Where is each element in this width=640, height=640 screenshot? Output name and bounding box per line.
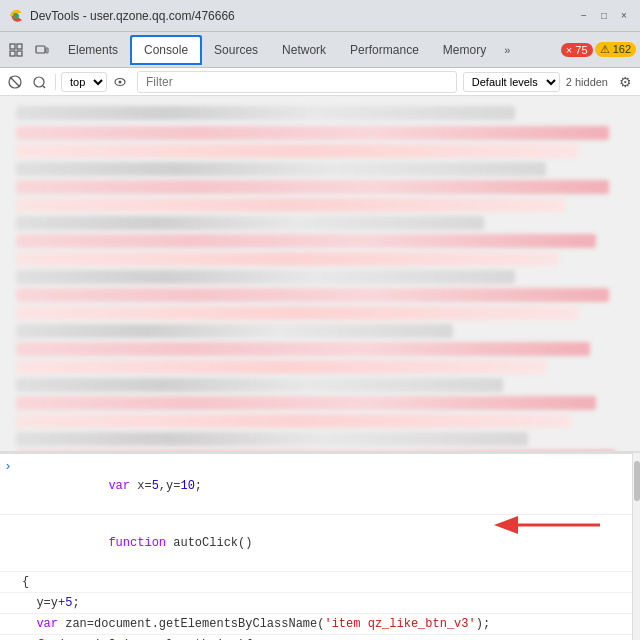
settings-button[interactable]: ⚙ bbox=[614, 71, 636, 93]
console-line: function autoClick() bbox=[0, 515, 632, 572]
more-tabs-button[interactable]: » bbox=[498, 40, 516, 60]
console-panel: › var x=5,y=10; function autoClick() { bbox=[0, 451, 640, 640]
close-button[interactable]: × bbox=[616, 8, 632, 24]
svg-line-8 bbox=[10, 77, 20, 87]
svg-rect-1 bbox=[10, 44, 15, 49]
vertical-scrollbar[interactable] bbox=[632, 453, 640, 640]
svg-rect-6 bbox=[46, 48, 48, 53]
eye-button[interactable] bbox=[109, 71, 131, 93]
window-controls: − □ × bbox=[576, 8, 632, 24]
scrollbar-thumb[interactable] bbox=[634, 461, 640, 501]
maximize-button[interactable]: □ bbox=[596, 8, 612, 24]
console-line: for(var i=0;i<zan.length;i++){ bbox=[0, 635, 632, 640]
tab-bar: Elements Console Sources Network Perform… bbox=[0, 32, 640, 68]
tab-elements[interactable]: Elements bbox=[56, 35, 130, 65]
error-badge: × 75 bbox=[561, 43, 593, 57]
webpage-preview bbox=[0, 96, 640, 451]
warn-icon: ⚠ bbox=[600, 43, 610, 55]
svg-line-10 bbox=[43, 86, 45, 88]
filter-toggle-button[interactable] bbox=[28, 71, 50, 93]
console-line: y=y+5; bbox=[0, 593, 632, 614]
toolbar-separator bbox=[55, 74, 56, 90]
window-title: DevTools - user.qzone.qq.com/476666 bbox=[30, 9, 576, 23]
console-line: › var x=5,y=10; bbox=[0, 458, 632, 515]
warning-badge: ⚠ 162 bbox=[595, 42, 636, 57]
hidden-count: 2 hidden bbox=[566, 76, 608, 88]
tab-network[interactable]: Network bbox=[270, 35, 338, 65]
title-bar: DevTools - user.qzone.qq.com/476666 − □ … bbox=[0, 0, 640, 32]
clear-console-button[interactable] bbox=[4, 71, 26, 93]
console-prompt-icon: › bbox=[4, 459, 16, 474]
svg-rect-3 bbox=[10, 51, 15, 56]
svg-point-9 bbox=[34, 77, 44, 87]
svg-rect-4 bbox=[17, 51, 22, 56]
svg-rect-2 bbox=[17, 44, 22, 49]
warn-count: 162 bbox=[613, 43, 631, 55]
console-line: { bbox=[0, 572, 632, 593]
tab-console[interactable]: Console bbox=[130, 35, 202, 65]
filter-input[interactable] bbox=[142, 73, 452, 91]
console-output[interactable]: › var x=5,y=10; function autoClick() { bbox=[0, 453, 632, 640]
tab-sources[interactable]: Sources bbox=[202, 35, 270, 65]
context-selector[interactable]: top bbox=[61, 72, 107, 92]
device-toggle-icon[interactable] bbox=[30, 38, 54, 62]
console-line: var zan=document.getElementsByClassName(… bbox=[0, 614, 632, 635]
inspect-icon[interactable] bbox=[4, 38, 28, 62]
chrome-logo-icon bbox=[8, 8, 24, 24]
tab-performance[interactable]: Performance bbox=[338, 35, 431, 65]
console-toolbar: top Default levels 2 hidden ⚙ bbox=[0, 68, 640, 96]
filter-container bbox=[137, 71, 457, 93]
tab-memory[interactable]: Memory bbox=[431, 35, 498, 65]
minimize-button[interactable]: − bbox=[576, 8, 592, 24]
log-level-selector[interactable]: Default levels bbox=[463, 72, 560, 92]
svg-rect-5 bbox=[36, 46, 45, 53]
error-count: 75 bbox=[575, 44, 587, 56]
error-icon: × bbox=[566, 44, 572, 56]
svg-point-12 bbox=[119, 80, 122, 83]
